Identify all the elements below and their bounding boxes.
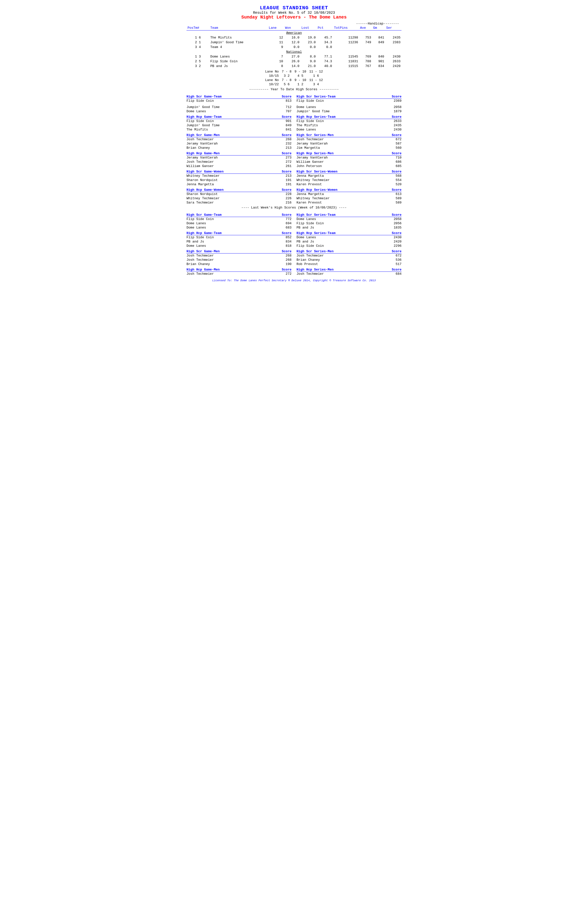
hs-row: Josh Techmeier272	[187, 160, 291, 164]
hs-row: Dome Lanes694	[187, 221, 291, 225]
hs-row: Jenna Margetta568	[297, 174, 401, 178]
hs-row: Rob Prevost517	[297, 262, 401, 266]
hs-row: Flip Side Coin2056	[297, 221, 401, 225]
ytd-section-label: ---------- Year To Date High Scores ----…	[187, 87, 401, 91]
hs-row: Jenna Margetta613	[297, 192, 401, 196]
hs-category-header: High Scr Series-TeamScore	[297, 95, 401, 99]
hs-row: Karen Prevost589	[297, 200, 401, 205]
handicap-header: ------Handicap--------	[187, 22, 401, 26]
hs-category-header: High Scr Game-TeamScore	[187, 213, 291, 217]
hs-row: Jenna Margetta191	[187, 182, 291, 187]
hs-row: Flip Side Coin2369	[297, 99, 401, 103]
division-header: National	[187, 49, 401, 54]
hs-category-header: High Hcp Game-MenScore	[187, 151, 291, 156]
hs-row: Sharon Nordquist191	[187, 178, 291, 182]
hs-row: The Misfits841	[187, 128, 291, 132]
col-gm: Gm	[372, 26, 385, 31]
hs-row: Dome Lanes2430	[297, 235, 401, 240]
left-column: High Scr Game-TeamScoreFlip Side Coin813…	[187, 93, 291, 205]
hs-category-header: High Hcp Game-MenScore	[187, 268, 291, 272]
hs-row: Josh Techmeier268	[187, 258, 291, 262]
hs-row: Dome Lanes707	[187, 109, 291, 113]
table-row: 1 6The Misfits1216.019.045.7112987538412…	[187, 35, 401, 40]
hs-row: Flip Side Coin2296	[297, 244, 401, 248]
hs-row: Flip Side Coin852	[187, 235, 291, 240]
hs-row: Whitney Techmeier554	[297, 178, 401, 182]
hs-category-header: High Hcp Series-TeamScore	[297, 115, 401, 119]
hs-category-header: High Hcp Game-TeamScore	[187, 115, 291, 119]
hs-row: Whitney Techmeier213	[187, 174, 291, 178]
hs-row: Brian Chaney190	[187, 262, 291, 266]
col-postm: PosTm#	[187, 26, 209, 31]
left-column: High Scr Game-TeamScoreFlip Side Coin772…	[187, 212, 291, 276]
col-pct: Pct	[317, 26, 333, 31]
hs-category-header: High Scr Series-TeamScore	[297, 213, 401, 217]
hs-row: Josh Techmeier268	[187, 137, 291, 141]
col-ave: Ave	[359, 26, 372, 31]
hs-row: Josh Techmeier272	[187, 272, 291, 276]
hs-category-header: High Scr Game-MenScore	[187, 250, 291, 253]
hs-row: Flip Side Coin813	[187, 99, 291, 103]
right-column: High Scr Series-TeamScoreDome Lanes2058F…	[297, 212, 401, 276]
hs-row: Jeramy VanVlerah710	[297, 156, 401, 160]
hs-category-header: High Scr Series-MenScore	[297, 133, 401, 137]
hs-row: Jumpin' Good Time1879	[297, 109, 401, 113]
right-column: High Scr Series-TeamScoreFlip Side Coin2…	[297, 93, 401, 205]
hs-category-header: High Hcp Series-MenScore	[297, 268, 401, 272]
hs-row: The Misfits2435	[297, 123, 401, 128]
col-ser: Ser	[385, 26, 401, 31]
hs-row: PB and Js1835	[297, 225, 401, 230]
league-name: Sunday Night Leftovers - The Dome Lanes	[187, 15, 401, 20]
hs-category-header: High Hcp Game-TeamScore	[187, 231, 291, 235]
hs-row: William Ganser261	[187, 164, 291, 168]
table-row: 3 2PB and Js814.021.040.0115157678342420	[187, 64, 401, 69]
hs-category-header: High Scr Series-MenScore	[297, 250, 401, 253]
lw-section-label: ---- Last Week's High Scores (Week of 10…	[187, 206, 401, 210]
hs-category-header: High Scr Game-MenScore	[187, 133, 291, 137]
col-won: Won	[284, 26, 300, 31]
standings-table: PosTm# Team Lane Won Lost Pct TotPins Av…	[187, 26, 401, 69]
hs-row: Dome Lanes818	[187, 244, 291, 248]
hs-row: Jeramy VanVlerah587	[297, 141, 401, 146]
hs-row: Dome Lanes2058	[297, 105, 401, 109]
hs-row: PB and Js834	[187, 240, 291, 244]
hs-row: Jeramy VanVlerah232	[187, 141, 291, 146]
hs-row: Jim Margetta560	[297, 146, 401, 150]
col-lost: Lost	[301, 26, 317, 31]
table-row: 2 1Jumpin' Good Time1112.023.034.3112367…	[187, 40, 401, 45]
hs-row: Brian Chaney213	[187, 146, 291, 150]
col-team: Team	[209, 26, 268, 31]
hs-row: Dome Lanes683	[187, 225, 291, 230]
lw-high-scores: High Scr Game-TeamScoreFlip Side Coin772…	[187, 212, 401, 276]
hs-row: Jumpin' Good Time712	[187, 105, 291, 109]
table-row: 3 4Team 490.00.00.0	[187, 45, 401, 49]
table-row: 1 3Dome Lanes727.08.077.1115457698402430	[187, 54, 401, 59]
hs-category-header: High Hcp Game-WomenScore	[187, 188, 291, 192]
hs-category-header: High Hcp Series-WomenScore	[297, 188, 401, 192]
hs-row: John Peterson685	[297, 164, 401, 168]
hs-row: Sharon Nordquist228	[187, 192, 291, 196]
hs-row: Sara Techmeier216	[187, 200, 291, 205]
hs-row: PB and Js2420	[297, 240, 401, 244]
hs-row: Jeramy VanVlerah273	[187, 156, 291, 160]
hs-row: Josh Techmeier684	[297, 272, 401, 276]
hs-row: Flip Side Coin772	[187, 217, 291, 221]
hs-row: Karen Prevost520	[297, 182, 401, 187]
hs-row: Dome Lanes2430	[297, 128, 401, 132]
hs-row: Flip Side Coin2633	[297, 119, 401, 123]
division-header: American	[187, 31, 401, 36]
hs-row: Dome Lanes2058	[297, 217, 401, 221]
hs-category-header: High Scr Game-WomenScore	[187, 170, 291, 174]
lane-schedule: Lane No 7 - 8 9 - 10 11 - 12 10/15 3 2 4…	[187, 69, 401, 87]
hs-row: Whitney Techmeier226	[187, 196, 291, 200]
hs-row: Josh Techmeier672	[297, 253, 401, 258]
hs-row: Josh Techmeier672	[297, 137, 401, 141]
subtitle: Results for Week No. 5 of 32 10/08/2023	[187, 11, 401, 15]
hs-row: Brian Chaney536	[297, 258, 401, 262]
hs-category-header: High Hcp Series-MenScore	[297, 151, 401, 156]
col-lane: Lane	[268, 26, 284, 31]
hs-row: Flip Side Coin901	[187, 119, 291, 123]
ytd-high-scores: High Scr Game-TeamScoreFlip Side Coin813…	[187, 93, 401, 205]
hs-row: Whitney Techmeier589	[297, 196, 401, 200]
table-row: 2 5Flip Side Coin1026.09.074.31183178890…	[187, 59, 401, 64]
